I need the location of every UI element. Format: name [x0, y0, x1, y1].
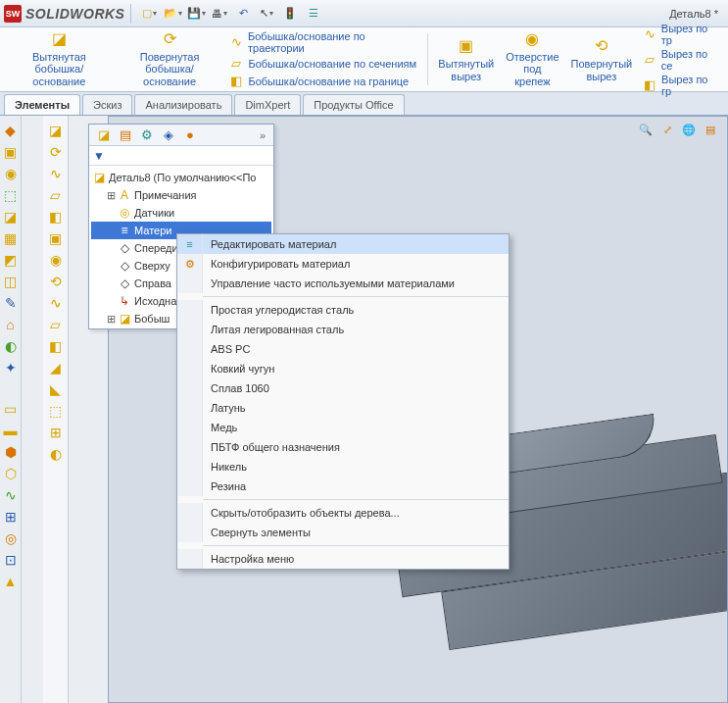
menu-material-item[interactable]: Никель [177, 457, 509, 477]
tool-icon[interactable]: ⟳ [47, 143, 65, 161]
menu-material-item[interactable]: Латунь [177, 398, 509, 418]
title-bar: SW SOLIDWORKS ▢▾ 📂▾ 💾▾ 🖶▾ ↶ ↖▾ 🚦 ☰ Детал… [0, 0, 728, 27]
boundary-cut-button[interactable]: ◧Вырез по гр [642, 73, 720, 98]
hole-wizard-button[interactable]: ◉ Отверстие под крепеж [500, 29, 564, 89]
menu-configure-material[interactable]: ⚙ Конфигурировать материал [177, 254, 509, 274]
tab-office[interactable]: Продукты Office [303, 94, 404, 115]
tool-icon[interactable]: ◐ [2, 337, 20, 355]
tool-icon[interactable]: ◪ [2, 208, 20, 226]
new-doc-icon[interactable]: ▢▾ [140, 5, 158, 23]
workspace: 🔍 ⤢ 🌐 ▤ ◆ ▣ ◉ ⬚ ◪ ▦ ◩ ◫ ✎ ⌂ ◐ ✦ ▭ ▬ ⬢ ⬡ … [0, 116, 728, 703]
menu-edit-material[interactable]: ≡ Редактировать материал [177, 234, 509, 254]
rebuild-icon[interactable]: 🚦 [281, 5, 299, 23]
tool-icon[interactable]: ◉ [2, 165, 20, 182]
tool-icon[interactable]: ▱ [47, 186, 65, 204]
swept-cut-button[interactable]: ∿Вырез по тр [642, 22, 720, 47]
tool-icon[interactable]: ⬢ [2, 443, 20, 461]
expand-icon[interactable]: ⊞ [105, 189, 117, 202]
tool-icon[interactable]: ▣ [47, 229, 65, 247]
menu-hide-show-tree[interactable]: Скрыть/отобразить объекты дерева... [177, 503, 509, 523]
tool-icon[interactable]: ◧ [47, 337, 65, 355]
tool-icon[interactable]: ▱ [47, 316, 65, 333]
select-icon[interactable]: ↖▾ [258, 5, 275, 23]
open-doc-icon[interactable]: 📂▾ [164, 5, 181, 23]
tab-features[interactable]: Элементы [4, 94, 80, 115]
tool-icon[interactable]: ◐ [47, 445, 65, 463]
tool-icon[interactable]: ∿ [47, 165, 65, 182]
tool-icon[interactable]: ▦ [2, 229, 20, 247]
menu-material-item[interactable]: Резина [177, 477, 509, 496]
menu-manage-materials[interactable]: Управление часто используемыми материала… [177, 274, 509, 293]
expand-icon[interactable]: ⊞ [105, 313, 117, 326]
menu-customize[interactable]: Настройка меню [177, 549, 509, 569]
appearance-tab-icon[interactable]: ● [181, 126, 199, 144]
revolved-boss-button[interactable]: ⟳ Повернутая бобышка/основание [115, 29, 225, 89]
tool-icon[interactable]: ◪ [47, 122, 65, 139]
menu-material-item[interactable]: Простая углеродистая сталь [177, 300, 509, 320]
tool-icon[interactable]: ⌂ [2, 316, 20, 333]
tool-icon[interactable]: ⬚ [47, 402, 65, 420]
menu-material-item[interactable]: ABS PC [177, 339, 509, 359]
tool-icon[interactable]: ⬡ [2, 465, 20, 482]
section-icon[interactable]: ▤ [702, 121, 719, 138]
tool-icon[interactable]: ◧ [47, 208, 65, 226]
tool-icon[interactable]: ⟲ [47, 273, 65, 290]
tree-item-sensors[interactable]: ◎ Датчики [91, 204, 271, 222]
extruded-cut-button[interactable]: ▣ Вытянутый вырез [432, 29, 500, 89]
save-icon[interactable]: 💾▾ [187, 5, 205, 23]
tool-icon[interactable]: ⊞ [2, 508, 20, 526]
undo-icon[interactable]: ↶ [234, 5, 252, 23]
collapse-icon[interactable]: » [256, 129, 269, 141]
menu-collapse-items[interactable]: Свернуть элементы [177, 523, 509, 542]
tool-icon[interactable]: ◢ [47, 359, 65, 377]
zoom-fit-icon[interactable]: 🔍 [637, 121, 655, 138]
tool-icon[interactable]: ▣ [2, 143, 20, 161]
tab-dimxpert[interactable]: DimXpert [234, 94, 301, 115]
tree-item-annotations[interactable]: ⊞ A Примечания [91, 186, 271, 204]
tool-icon[interactable]: ▭ [2, 400, 20, 418]
swept-boss-button[interactable]: ∿Бобышка/основание по траектории [228, 29, 419, 55]
menu-material-item[interactable]: Ковкий чугун [177, 359, 509, 378]
tool-icon[interactable]: ◫ [2, 273, 20, 290]
tool-icon[interactable]: ▲ [2, 573, 20, 590]
feature-tree-tab-icon[interactable]: ◪ [95, 126, 113, 144]
menu-material-item[interactable]: ПБТФ общего назначения [177, 437, 509, 457]
tool-icon[interactable]: ⬚ [2, 186, 20, 204]
menu-material-item[interactable]: Сплав 1060 [177, 378, 509, 398]
options-icon[interactable]: ☰ [305, 5, 322, 23]
ribbon-label: под [523, 63, 541, 75]
boundary-boss-button[interactable]: ◧Бобышка/основание на границе [228, 73, 419, 90]
rotate-icon[interactable]: 🌐 [680, 121, 698, 138]
extruded-boss-button[interactable]: ◪ Вытянутая бобышка/основание [4, 29, 115, 89]
tool-icon[interactable]: ▬ [2, 422, 20, 439]
property-tab-icon[interactable]: ▤ [117, 126, 134, 144]
tool-icon[interactable]: ◆ [2, 122, 20, 139]
tree-root[interactable]: ◪ Деталь8 (По умолчанию<<По [91, 169, 271, 186]
menu-material-item[interactable]: Медь [177, 418, 509, 437]
menu-label: Редактировать материал [203, 238, 501, 250]
lofted-boss-button[interactable]: ▱Бобышка/основание по сечениям [228, 55, 419, 73]
tab-evaluate[interactable]: Анализировать [134, 94, 232, 115]
tool-icon[interactable]: ∿ [2, 486, 20, 504]
tool-icon[interactable]: ◎ [2, 529, 20, 547]
tool-icon[interactable]: ◣ [47, 380, 65, 398]
print-icon[interactable]: 🖶▾ [211, 5, 228, 23]
tool-icon[interactable]: ✦ [2, 359, 20, 377]
swept-boss-icon: ∿ [228, 34, 244, 50]
tool-icon[interactable]: ✎ [2, 294, 20, 312]
tool-icon[interactable]: ◩ [2, 251, 20, 269]
config-tab-icon[interactable]: ⚙ [138, 126, 156, 144]
lofted-cut-button[interactable]: ▱Вырез по се [642, 47, 720, 73]
tool-icon[interactable]: ∿ [47, 294, 65, 312]
swept-cut-icon: ∿ [642, 26, 657, 42]
tool-icon[interactable]: ⊡ [2, 551, 20, 569]
menu-label: Латунь [203, 402, 501, 414]
display-tab-icon[interactable]: ◈ [160, 126, 177, 144]
revolved-cut-button[interactable]: ⟲ Повернутый вырез [565, 29, 639, 89]
tab-sketch[interactable]: Эскиз [82, 94, 132, 115]
tool-icon[interactable]: ⊞ [47, 424, 65, 441]
menu-material-item[interactable]: Литая легированная сталь [177, 320, 509, 339]
tool-icon[interactable]: ◉ [47, 251, 65, 269]
tree-filter[interactable]: ▼ [89, 146, 273, 166]
zoom-area-icon[interactable]: ⤢ [658, 121, 676, 138]
